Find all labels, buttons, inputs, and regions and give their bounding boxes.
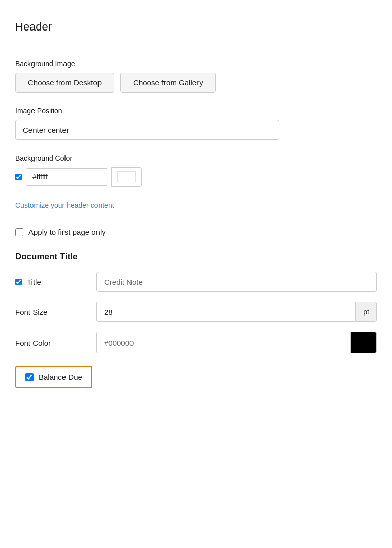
title-input[interactable] — [96, 272, 377, 292]
section-divider — [15, 44, 377, 44]
choose-from-desktop-button[interactable]: Choose from Desktop — [15, 73, 114, 93]
font-color-label: Font Color — [15, 339, 86, 347]
background-color-checkbox[interactable] — [15, 174, 22, 180]
balance-due-box[interactable]: Balance Due — [15, 366, 92, 388]
font-size-row: Font Size pt — [15, 302, 377, 322]
font-size-input-group: pt — [96, 302, 377, 322]
balance-due-label: Balance Due — [39, 373, 82, 381]
apply-first-page-checkbox[interactable] — [15, 228, 23, 236]
page-title: Header — [15, 20, 377, 34]
background-image-label: Background Image — [15, 59, 377, 68]
title-checkbox[interactable] — [15, 279, 22, 285]
balance-due-checkbox[interactable] — [25, 373, 34, 381]
background-color-row — [15, 167, 377, 187]
choose-from-gallery-button[interactable]: Choose from Gallery — [120, 73, 216, 93]
background-image-buttons: Choose from Desktop Choose from Gallery — [15, 73, 377, 93]
background-color-swatch[interactable] — [111, 167, 142, 187]
apply-first-page-label: Apply to first page only — [28, 228, 106, 236]
font-size-label: Font Size — [15, 308, 86, 316]
image-position-wrapper: Center center Top left Top center Top ri… — [15, 120, 377, 140]
document-title-heading: Document Title — [15, 252, 377, 262]
title-row: Title — [15, 272, 377, 292]
title-label: Title — [27, 278, 41, 286]
background-color-label: Background Color — [15, 154, 377, 162]
font-size-input[interactable] — [96, 302, 355, 322]
image-position-select[interactable]: Center center Top left Top center Top ri… — [15, 120, 279, 140]
font-color-input[interactable] — [96, 332, 350, 353]
customize-header-link[interactable]: Customize your header content — [15, 201, 114, 209]
font-color-row: Font Color — [15, 332, 377, 353]
apply-first-page-row: Apply to first page only — [15, 228, 377, 236]
color-swatch-inner — [117, 171, 136, 182]
background-color-input[interactable] — [26, 168, 107, 186]
image-position-label: Image Position — [15, 107, 377, 115]
font-color-input-group — [96, 332, 377, 353]
title-label-group: Title — [15, 278, 86, 286]
font-size-unit: pt — [355, 302, 377, 322]
font-color-swatch[interactable] — [350, 332, 377, 353]
